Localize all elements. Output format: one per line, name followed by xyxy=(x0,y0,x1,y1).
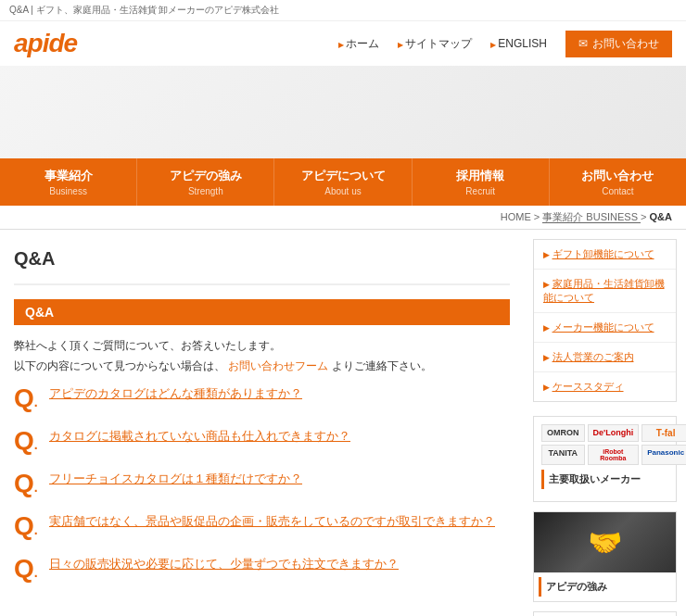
nav-strength-en: Strength xyxy=(142,186,269,196)
header: apide ホーム サイトマップ ENGLISH お問い合わせ xyxy=(0,21,686,66)
sidebar-item-maker[interactable]: メーカー機能について xyxy=(534,313,676,343)
brand-tanita: TANITA xyxy=(541,445,585,465)
handshake-icon xyxy=(534,512,676,572)
strength-image xyxy=(534,512,676,572)
q-icon-3: Q. xyxy=(14,471,42,497)
header-nav: ホーム サイトマップ ENGLISH お問い合わせ xyxy=(338,31,672,57)
q-icon-4: Q. xyxy=(14,513,42,539)
qa-link-3[interactable]: フリーチョイスカタログは１種類だけですか？ xyxy=(49,471,302,487)
nav-home[interactable]: ホーム xyxy=(338,36,379,52)
nav-about[interactable]: アピデについて About us xyxy=(274,158,412,206)
brand-panasonic: Panasonic xyxy=(642,445,686,465)
nav-english[interactable]: ENGLISH xyxy=(490,37,547,50)
qa-item-3: Q. フリーチョイスカタログは１種類だけですか？ xyxy=(14,471,510,497)
strength-label: アピデの強み xyxy=(539,577,671,597)
qa-section-header: Q&A xyxy=(14,299,510,325)
qa-item-4: Q. 実店舗ではなく、景品や販促品の企画・販売をしているのですが取引できますか？ xyxy=(14,513,510,539)
sidebar-item-household[interactable]: 家庭用品・生活雑貨卸機能について xyxy=(534,270,676,313)
qa-description: 弊社へよく頂くご質問について、お答えいたします。 以下の内容について見つからない… xyxy=(14,336,510,376)
q-icon-2: Q. xyxy=(14,428,42,454)
breadcrumb-business[interactable]: 事業紹介 BUSINESS xyxy=(542,211,641,223)
breadcrumb: HOME > 事業紹介 BUSINESS > Q&A xyxy=(0,206,686,230)
nav-sitemap[interactable]: サイトマップ xyxy=(398,36,472,52)
nav-business[interactable]: 事業紹介 Business xyxy=(0,158,137,206)
breadcrumb-current: Q&A xyxy=(650,211,672,222)
qa-link-1[interactable]: アピデのカタログはどんな種類がありますか？ xyxy=(49,385,302,402)
nav-contact[interactable]: お問い合わせ Contact xyxy=(550,158,686,206)
qa-link-2[interactable]: カタログに掲載されていない商品も仕入れできますか？ xyxy=(49,428,350,445)
contact-header-button[interactable]: お問い合わせ xyxy=(565,31,672,57)
brand-tfal: T-fal xyxy=(642,424,686,442)
sidebar: ギフト卸機能について 家庭用品・生活雑貨卸機能について メーカー機能について 法… xyxy=(524,230,686,616)
nav-recruit-ja: 採用情報 xyxy=(417,168,544,184)
q-icon-5: Q. xyxy=(14,556,42,582)
strength-block: アピデの強み xyxy=(533,511,677,602)
nav-contact-ja: お問い合わせ xyxy=(554,168,681,184)
qa-link-4[interactable]: 実店舗ではなく、景品や販促品の企画・販売をしているのですが取引できますか？ xyxy=(49,513,495,530)
nav-about-en: About us xyxy=(279,186,406,196)
nav-strength[interactable]: アピデの強み Strength xyxy=(137,158,274,206)
nav-recruit[interactable]: 採用情報 Recruit xyxy=(413,158,550,206)
qa-item-5: Q. 日々の販売状況や必要に応じて、少量ずつでも注文できますか？ xyxy=(14,556,510,582)
page-title: Q&A xyxy=(14,239,510,285)
top-bar-text: Q&A | ギフト、家庭用品・生活雑貨 卸メーカーのアピデ株式会社 xyxy=(9,5,280,15)
main-navigation: 事業紹介 Business アピデの強み Strength アピデについて Ab… xyxy=(0,158,686,206)
qa-link-5[interactable]: 日々の販売状況や必要に応じて、少量ずつでも注文できますか？ xyxy=(49,556,399,572)
sidebar-item-corporate[interactable]: 法人営業のご案内 xyxy=(534,343,676,372)
brand-omron: OMRON xyxy=(541,424,585,442)
main-content: Q&A Q&A 弊社へよく頂くご質問について、お答えいたします。 以下の内容につ… xyxy=(0,230,524,616)
nav-recruit-en: Recruit xyxy=(417,186,544,196)
contact-form-link[interactable]: お問い合わせフーム xyxy=(228,359,328,372)
qa-section: Q&A 弊社へよく頂くご質問について、お答えいたします。 以下の内容について見つ… xyxy=(14,299,510,582)
sidebar-item-gift[interactable]: ギフト卸機能について xyxy=(534,240,676,270)
qa-item-2: Q. カタログに掲載されていない商品も仕入れできますか？ xyxy=(14,428,510,454)
breadcrumb-home[interactable]: HOME xyxy=(501,211,531,222)
nav-strength-ja: アピデの強み xyxy=(142,168,269,184)
q-icon-1: Q. xyxy=(14,385,42,411)
sidebar-brands: OMRON De'Longhi T-fal TANITA iRobotRoomb… xyxy=(533,416,677,502)
logo[interactable]: apide xyxy=(14,29,77,58)
brands-label: 主要取扱いメーカー xyxy=(541,470,668,489)
sidebar-menu: ギフト卸機能について 家庭用品・生活雑貨卸機能について メーカー機能について 法… xyxy=(533,239,677,402)
nav-about-ja: アピデについて xyxy=(279,168,406,184)
brand-irobot: iRobotRoomba xyxy=(588,445,640,465)
nav-contact-en: Contact xyxy=(554,186,681,196)
content-wrapper: Q&A Q&A 弊社へよく頂くご質問について、お答えいたします。 以下の内容につ… xyxy=(0,230,686,616)
brands-grid: OMRON De'Longhi T-fal TANITA iRobotRoomb… xyxy=(541,424,668,465)
nav-business-ja: 事業紹介 xyxy=(5,168,132,184)
top-bar: Q&A | ギフト、家庭用品・生活雑貨 卸メーカーのアピデ株式会社 xyxy=(0,0,686,21)
case-study-block: 🙋 Q&A ケーススタディ xyxy=(533,611,677,616)
nav-business-en: Business xyxy=(5,186,132,196)
qa-item-1: Q. アピデのカタログはどんな種類がありますか？ xyxy=(14,385,510,411)
brand-delonghi: De'Longhi xyxy=(588,424,640,442)
hero-banner xyxy=(0,66,686,158)
sidebar-item-case[interactable]: ケーススタディ xyxy=(534,372,676,401)
